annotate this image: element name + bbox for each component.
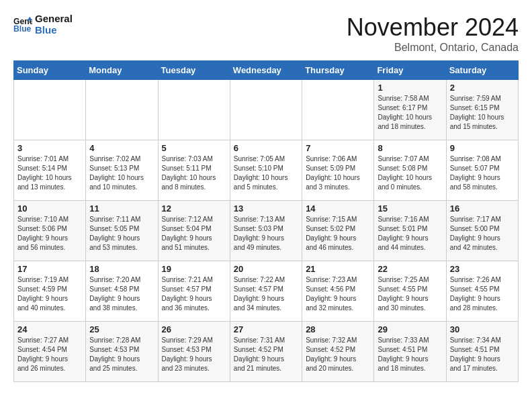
weekday-header: Tuesday: [158, 61, 230, 80]
day-number: 10: [17, 203, 82, 214]
calendar-cell: 10Sunrise: 7:10 AM Sunset: 5:06 PM Dayli…: [14, 201, 86, 261]
svg-text:Blue: Blue: [13, 24, 32, 34]
calendar-cell: 20Sunrise: 7:22 AM Sunset: 4:57 PM Dayli…: [230, 261, 302, 322]
day-info: Sunrise: 7:02 AM Sunset: 5:13 PM Dayligh…: [89, 154, 154, 192]
location-title: Belmont, Ontario, Canada: [347, 42, 519, 54]
day-info: Sunrise: 7:11 AM Sunset: 5:05 PM Dayligh…: [89, 215, 154, 253]
calendar-cell: 21Sunrise: 7:23 AM Sunset: 4:56 PM Dayli…: [302, 261, 374, 322]
day-number: 12: [162, 203, 226, 214]
calendar-cell: 16Sunrise: 7:17 AM Sunset: 5:00 PM Dayli…: [446, 201, 518, 261]
day-info: Sunrise: 7:12 AM Sunset: 5:04 PM Dayligh…: [162, 215, 226, 253]
calendar-cell: 26Sunrise: 7:29 AM Sunset: 4:53 PM Dayli…: [158, 322, 230, 382]
day-number: 15: [378, 203, 442, 214]
day-number: 17: [17, 264, 82, 274]
day-number: 2: [450, 83, 515, 93]
calendar-table: SundayMondayTuesdayWednesdayThursdayFrid…: [13, 60, 519, 382]
day-number: 16: [450, 203, 515, 214]
weekday-header: Saturday: [446, 61, 518, 80]
day-info: Sunrise: 7:22 AM Sunset: 4:57 PM Dayligh…: [234, 275, 298, 313]
calendar-cell: 27Sunrise: 7:31 AM Sunset: 4:52 PM Dayli…: [230, 322, 302, 382]
title-block: November 2024 Belmont, Ontario, Canada: [347, 13, 519, 54]
calendar-cell: 22Sunrise: 7:25 AM Sunset: 4:55 PM Dayli…: [374, 261, 446, 322]
day-info: Sunrise: 7:59 AM Sunset: 6:15 PM Dayligh…: [450, 94, 515, 132]
day-info: Sunrise: 7:16 AM Sunset: 5:01 PM Dayligh…: [378, 215, 442, 253]
calendar-cell: 4Sunrise: 7:02 AM Sunset: 5:13 PM Daylig…: [86, 140, 158, 201]
day-number: 3: [17, 143, 82, 153]
calendar-cell: 8Sunrise: 7:07 AM Sunset: 5:08 PM Daylig…: [374, 140, 446, 201]
day-number: 6: [234, 143, 298, 153]
calendar-cell: 12Sunrise: 7:12 AM Sunset: 5:04 PM Dayli…: [158, 201, 230, 261]
day-info: Sunrise: 7:06 AM Sunset: 5:09 PM Dayligh…: [306, 154, 370, 192]
day-info: Sunrise: 7:58 AM Sunset: 6:17 PM Dayligh…: [378, 94, 442, 132]
day-info: Sunrise: 7:26 AM Sunset: 4:55 PM Dayligh…: [450, 275, 515, 313]
calendar-cell: [230, 80, 302, 140]
calendar-cell: 6Sunrise: 7:05 AM Sunset: 5:10 PM Daylig…: [230, 140, 302, 201]
calendar-cell: 28Sunrise: 7:32 AM Sunset: 4:52 PM Dayli…: [302, 322, 374, 382]
calendar-cell: 29Sunrise: 7:33 AM Sunset: 4:51 PM Dayli…: [374, 322, 446, 382]
calendar-week-row: 3Sunrise: 7:01 AM Sunset: 5:14 PM Daylig…: [14, 140, 519, 201]
day-number: 27: [234, 324, 298, 334]
calendar-week-row: 24Sunrise: 7:27 AM Sunset: 4:54 PM Dayli…: [14, 322, 519, 382]
weekday-header: Monday: [86, 61, 158, 80]
calendar-cell: 3Sunrise: 7:01 AM Sunset: 5:14 PM Daylig…: [14, 140, 86, 201]
calendar-cell: 11Sunrise: 7:11 AM Sunset: 5:05 PM Dayli…: [86, 201, 158, 261]
day-info: Sunrise: 7:29 AM Sunset: 4:53 PM Dayligh…: [162, 336, 226, 373]
calendar-week-row: 10Sunrise: 7:10 AM Sunset: 5:06 PM Dayli…: [14, 201, 519, 261]
day-info: Sunrise: 7:33 AM Sunset: 4:51 PM Dayligh…: [378, 336, 442, 373]
calendar-cell: 18Sunrise: 7:20 AM Sunset: 4:58 PM Dayli…: [86, 261, 158, 322]
weekday-header: Friday: [374, 61, 446, 80]
day-info: Sunrise: 7:13 AM Sunset: 5:03 PM Dayligh…: [234, 215, 298, 253]
day-number: 29: [378, 324, 442, 334]
day-info: Sunrise: 7:19 AM Sunset: 4:59 PM Dayligh…: [17, 275, 82, 313]
calendar-cell: 30Sunrise: 7:34 AM Sunset: 4:51 PM Dayli…: [446, 322, 518, 382]
logo-general: General: [35, 13, 73, 25]
day-number: 14: [306, 203, 370, 214]
calendar-cell: 25Sunrise: 7:28 AM Sunset: 4:53 PM Dayli…: [86, 322, 158, 382]
day-info: Sunrise: 7:25 AM Sunset: 4:55 PM Dayligh…: [378, 275, 442, 313]
day-number: 4: [89, 143, 154, 153]
calendar-cell: [158, 80, 230, 140]
day-number: 28: [306, 324, 370, 334]
day-info: Sunrise: 7:32 AM Sunset: 4:52 PM Dayligh…: [306, 336, 370, 373]
logo-blue: Blue: [35, 25, 73, 36]
calendar-cell: 24Sunrise: 7:27 AM Sunset: 4:54 PM Dayli…: [14, 322, 86, 382]
calendar-cell: 9Sunrise: 7:08 AM Sunset: 5:07 PM Daylig…: [446, 140, 518, 201]
day-info: Sunrise: 7:08 AM Sunset: 5:07 PM Dayligh…: [450, 154, 515, 192]
day-info: Sunrise: 7:20 AM Sunset: 4:58 PM Dayligh…: [89, 275, 154, 313]
calendar-cell: [302, 80, 374, 140]
calendar-cell: 1Sunrise: 7:58 AM Sunset: 6:17 PM Daylig…: [374, 80, 446, 140]
day-number: 18: [89, 264, 154, 274]
day-info: Sunrise: 7:21 AM Sunset: 4:57 PM Dayligh…: [162, 275, 226, 313]
day-number: 24: [17, 324, 82, 334]
calendar-cell: 15Sunrise: 7:16 AM Sunset: 5:01 PM Dayli…: [374, 201, 446, 261]
day-number: 19: [162, 264, 226, 274]
day-number: 20: [234, 264, 298, 274]
day-info: Sunrise: 7:31 AM Sunset: 4:52 PM Dayligh…: [234, 336, 298, 373]
day-number: 26: [162, 324, 226, 334]
calendar-cell: 19Sunrise: 7:21 AM Sunset: 4:57 PM Dayli…: [158, 261, 230, 322]
calendar-header-row: SundayMondayTuesdayWednesdayThursdayFrid…: [14, 61, 519, 80]
calendar-cell: [86, 80, 158, 140]
weekday-header: Thursday: [302, 61, 374, 80]
weekday-header: Wednesday: [230, 61, 302, 80]
calendar-cell: 5Sunrise: 7:03 AM Sunset: 5:11 PM Daylig…: [158, 140, 230, 201]
day-number: 22: [378, 264, 442, 274]
day-number: 8: [378, 143, 442, 153]
day-info: Sunrise: 7:03 AM Sunset: 5:11 PM Dayligh…: [162, 154, 226, 192]
calendar-cell: 7Sunrise: 7:06 AM Sunset: 5:09 PM Daylig…: [302, 140, 374, 201]
day-info: Sunrise: 7:28 AM Sunset: 4:53 PM Dayligh…: [89, 336, 154, 373]
day-info: Sunrise: 7:34 AM Sunset: 4:51 PM Dayligh…: [450, 336, 515, 373]
day-number: 5: [162, 143, 226, 153]
day-number: 7: [306, 143, 370, 153]
calendar-cell: 23Sunrise: 7:26 AM Sunset: 4:55 PM Dayli…: [446, 261, 518, 322]
day-info: Sunrise: 7:07 AM Sunset: 5:08 PM Dayligh…: [378, 154, 442, 192]
calendar-body: 1Sunrise: 7:58 AM Sunset: 6:17 PM Daylig…: [14, 80, 519, 382]
weekday-header: Sunday: [14, 61, 86, 80]
day-info: Sunrise: 7:10 AM Sunset: 5:06 PM Dayligh…: [17, 215, 82, 253]
calendar-cell: 14Sunrise: 7:15 AM Sunset: 5:02 PM Dayli…: [302, 201, 374, 261]
day-info: Sunrise: 7:17 AM Sunset: 5:00 PM Dayligh…: [450, 215, 515, 253]
day-info: Sunrise: 7:01 AM Sunset: 5:14 PM Dayligh…: [17, 154, 82, 192]
calendar-cell: 2Sunrise: 7:59 AM Sunset: 6:15 PM Daylig…: [446, 80, 518, 140]
day-info: Sunrise: 7:23 AM Sunset: 4:56 PM Dayligh…: [306, 275, 370, 313]
calendar-cell: 13Sunrise: 7:13 AM Sunset: 5:03 PM Dayli…: [230, 201, 302, 261]
